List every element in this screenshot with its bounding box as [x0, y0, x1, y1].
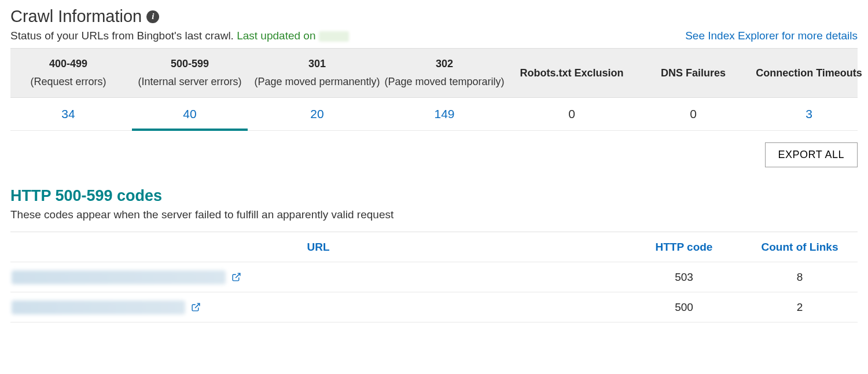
value-connection-timeouts[interactable]: 3	[751, 98, 867, 130]
export-all-button[interactable]: EXPORT ALL	[765, 142, 858, 167]
col-label: Robots.txt Exclusion	[520, 67, 623, 79]
col-code: 301	[308, 58, 326, 70]
th-http-code[interactable]: HTTP code	[626, 241, 742, 254]
col-header-500-599[interactable]: 500-599 (Internal server errors)	[126, 58, 253, 88]
url-redacted	[12, 300, 185, 314]
page-title: Crawl Information	[10, 7, 142, 26]
url-redacted	[12, 270, 226, 284]
col-header-robots[interactable]: Robots.txt Exclusion	[508, 58, 635, 88]
col-header-302[interactable]: 302 (Page moved temporarily)	[381, 58, 508, 88]
col-desc: (Request errors)	[30, 76, 106, 88]
col-header-301[interactable]: 301 (Page moved permanently)	[253, 58, 381, 88]
col-label: DNS Failures	[661, 67, 726, 79]
value-text: 40	[183, 107, 196, 120]
last-updated-prefix: Last updated on	[237, 30, 319, 42]
td-http-code: 503	[626, 271, 742, 284]
last-updated-value-redacted	[319, 31, 349, 42]
crawl-stats-values: 34 40 20 149 0 0 3	[10, 98, 858, 131]
selected-indicator	[132, 129, 248, 131]
td-count: 2	[742, 301, 858, 314]
table-header-row: URL HTTP code Count of Links	[10, 232, 858, 262]
col-desc: (Internal server errors)	[138, 76, 241, 88]
col-header-connection-timeouts[interactable]: Connection Timeouts	[751, 58, 867, 88]
col-desc: (Page moved temporarily)	[384, 76, 504, 88]
td-count: 8	[742, 271, 858, 284]
url-table: URL HTTP code Count of Links 503 8 500 2	[10, 232, 858, 322]
col-code: 400-499	[49, 58, 87, 70]
open-external-icon[interactable]	[231, 272, 241, 282]
svg-line-1	[195, 303, 200, 308]
svg-line-0	[236, 273, 240, 278]
crawl-stats: 400-499 (Request errors) 500-599 (Intern…	[10, 48, 858, 131]
section-title: HTTP 500-599 codes	[10, 187, 858, 205]
info-icon[interactable]: i	[146, 10, 159, 23]
url-cell[interactable]	[10, 270, 626, 284]
value-dns: 0	[635, 98, 751, 130]
col-code: 302	[436, 58, 453, 70]
col-code: 500-599	[171, 58, 209, 70]
table-row: 500 2	[10, 292, 858, 322]
section-description: These codes appear when the server faile…	[10, 208, 858, 221]
th-count-of-links[interactable]: Count of Links	[742, 241, 858, 254]
value-302[interactable]: 149	[381, 98, 508, 130]
col-header-dns[interactable]: DNS Failures	[635, 58, 751, 88]
td-http-code: 500	[626, 301, 742, 314]
table-row: 503 8	[10, 262, 858, 292]
open-external-icon[interactable]	[191, 302, 201, 312]
col-label: Connection Timeouts	[756, 67, 862, 79]
col-header-400-499[interactable]: 400-499 (Request errors)	[10, 58, 126, 88]
page-subtitle: Status of your URLs from Bingbot's last …	[10, 30, 234, 42]
col-desc: (Page moved permanently)	[254, 76, 380, 88]
value-400-499[interactable]: 34	[10, 98, 126, 130]
crawl-stats-header: 400-499 (Request errors) 500-599 (Intern…	[10, 49, 858, 98]
value-500-599[interactable]: 40	[126, 98, 253, 130]
value-robots: 0	[508, 98, 635, 130]
value-301[interactable]: 20	[253, 98, 381, 130]
url-cell[interactable]	[10, 300, 626, 314]
index-explorer-link[interactable]: See Index Explorer for more details	[685, 30, 858, 42]
th-url[interactable]: URL	[10, 241, 626, 254]
